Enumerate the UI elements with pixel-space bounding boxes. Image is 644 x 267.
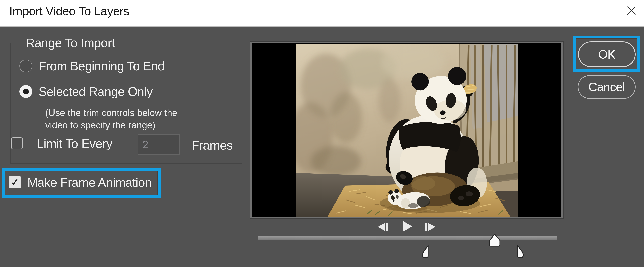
video-preview-image — [296, 44, 518, 217]
radio-label-selected-range[interactable]: Selected Range Only — [38, 85, 152, 99]
import-video-to-layers-dialog: Import Video To Layers Range To Import F… — [0, 0, 644, 267]
trim-out-marker[interactable] — [516, 245, 524, 259]
play-button[interactable] — [402, 221, 413, 232]
frames-suffix-label: Frames — [192, 138, 232, 152]
close-icon — [626, 5, 637, 17]
check-icon: ✓ — [11, 176, 19, 188]
playhead-marker[interactable] — [489, 234, 500, 247]
make-frame-animation-checkbox[interactable]: ✓ — [9, 176, 21, 188]
step-back-button[interactable] — [377, 223, 389, 231]
step-forward-button[interactable] — [424, 223, 436, 231]
radio-selected-range-only[interactable] — [20, 85, 32, 98]
radio-label-from-beginning[interactable]: From Beginning To End — [38, 59, 164, 73]
limit-to-every-checkbox[interactable] — [11, 137, 23, 149]
play-icon — [402, 229, 413, 232]
close-button[interactable] — [624, 4, 639, 18]
radio-from-beginning-to-end[interactable] — [20, 60, 32, 72]
make-frame-animation-label[interactable]: Make Frame Animation — [27, 175, 152, 190]
cancel-button[interactable]: Cancel — [578, 75, 636, 99]
dialog-title: Import Video To Layers — [9, 4, 129, 18]
trim-hint-line2: video to specify the range) — [45, 120, 156, 130]
range-group-legend: Range To Import — [22, 36, 119, 50]
limit-to-every-label[interactable]: Limit To Every — [37, 137, 112, 151]
limit-frames-input[interactable] — [138, 134, 180, 155]
timeline-track[interactable] — [258, 236, 557, 240]
step-back-icon — [377, 229, 389, 231]
ok-button[interactable]: OK — [578, 42, 636, 67]
trim-hint-line1: (Use the trim controls below the — [45, 107, 177, 118]
step-forward-icon — [424, 229, 436, 231]
video-preview-frame — [250, 41, 564, 219]
trim-in-marker[interactable] — [421, 245, 429, 259]
